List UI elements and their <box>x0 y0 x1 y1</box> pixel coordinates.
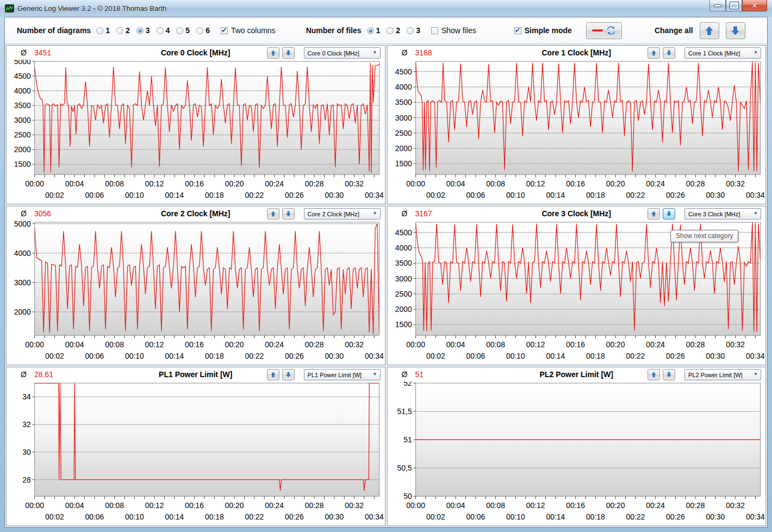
category-dropdown[interactable]: Core 2 Clock [MHz]▼ <box>304 208 381 220</box>
down-arrow-icon <box>286 210 291 217</box>
svg-text:1500: 1500 <box>14 160 31 168</box>
svg-text:00:32: 00:32 <box>726 501 745 510</box>
svg-text:00:12: 00:12 <box>145 340 164 349</box>
dropdown-value: Core 0 Clock [MHz] <box>308 50 359 57</box>
svg-text:00:26: 00:26 <box>285 191 304 199</box>
svg-text:00:02: 00:02 <box>45 512 64 521</box>
dropdown-value: PL2 Power Limit [W] <box>688 372 743 378</box>
panel-core1-clock: Ø3168 Core 1 Clock [MHz] Core 1 Clock [M… <box>387 45 767 204</box>
svg-text:00:28: 00:28 <box>686 501 705 510</box>
minimize-button[interactable] <box>709 0 726 11</box>
toolbar: Number of diagrams 1 2 3 4 5 6 Two colum… <box>5 17 767 44</box>
category-dropdown[interactable]: Core 0 Clock [MHz]▼ <box>304 47 381 59</box>
radio-icon[interactable] <box>407 27 414 34</box>
svg-text:00:00: 00:00 <box>25 340 44 349</box>
diagrams-radio-3[interactable]: 3 <box>136 26 150 35</box>
two-columns-checkbox[interactable]: Two columns <box>221 26 276 35</box>
svg-text:00:34: 00:34 <box>365 352 384 360</box>
category-dropdown[interactable]: PL1 Power Limit [W]▼ <box>304 369 381 380</box>
diagrams-radio-1[interactable]: 1 <box>96 26 110 35</box>
svg-text:00:08: 00:08 <box>105 179 124 188</box>
prev-category-button[interactable] <box>267 47 279 59</box>
two-columns-label: Two columns <box>231 26 276 35</box>
svg-text:00:06: 00:06 <box>466 191 485 199</box>
svg-text:3500: 3500 <box>14 101 31 110</box>
category-dropdown[interactable]: Core 1 Clock [MHz]▼ <box>684 47 761 59</box>
prev-category-button[interactable] <box>648 369 660 380</box>
svg-text:00:16: 00:16 <box>185 179 204 188</box>
panel-core0-clock: Ø3451 Core 0 Clock [MHz] Core 0 Clock [M… <box>6 45 385 204</box>
chevron-down-icon: ▼ <box>754 50 758 55</box>
svg-text:00:04: 00:04 <box>65 340 84 349</box>
panel-header: Ø3168 Core 1 Clock [MHz] Core 1 Clock [M… <box>388 46 766 60</box>
svg-text:00:12: 00:12 <box>526 179 545 188</box>
checkbox-checked-icon[interactable] <box>514 27 521 34</box>
svg-text:00:08: 00:08 <box>486 179 505 188</box>
svg-text:00:20: 00:20 <box>606 501 625 510</box>
svg-text:00:12: 00:12 <box>145 179 164 188</box>
show-files-checkbox[interactable]: Show files <box>431 26 476 35</box>
red-dash-icon <box>592 29 603 32</box>
dropdown-value: PL1 Power Limit [W] <box>308 372 362 378</box>
down-arrow-icon <box>667 371 671 378</box>
svg-text:00:10: 00:10 <box>506 512 525 521</box>
next-category-button[interactable] <box>282 369 295 380</box>
svg-text:00:34: 00:34 <box>746 512 765 521</box>
next-category-button-hovered[interactable] <box>663 208 675 220</box>
tooltip: Show next category <box>670 230 738 242</box>
checkbox-checked-icon[interactable] <box>221 27 228 34</box>
close-button[interactable]: ✕ <box>742 0 767 11</box>
prev-category-button[interactable] <box>648 208 660 220</box>
diagrams-radio-4[interactable]: 4 <box>157 26 170 35</box>
prev-category-button[interactable] <box>267 208 279 220</box>
simple-mode-checkbox[interactable]: Simple mode <box>514 26 572 35</box>
svg-text:00:04: 00:04 <box>446 501 465 510</box>
svg-text:00:06: 00:06 <box>85 191 104 199</box>
svg-text:2000: 2000 <box>14 145 31 154</box>
svg-text:00:04: 00:04 <box>65 179 84 188</box>
svg-text:00:14: 00:14 <box>165 512 184 521</box>
change-all-up-button[interactable] <box>700 22 719 39</box>
radio-icon[interactable] <box>116 27 123 34</box>
svg-text:00:32: 00:32 <box>345 179 364 188</box>
diagrams-radio-2[interactable]: 2 <box>116 26 130 35</box>
chevron-down-icon: ▼ <box>373 372 377 377</box>
radio-icon[interactable] <box>96 27 103 34</box>
files-radio-1[interactable]: 1 <box>367 26 381 35</box>
checkbox-unchecked-icon[interactable] <box>431 27 438 34</box>
svg-text:32: 32 <box>22 420 31 429</box>
radio-icon-selected[interactable] <box>136 27 144 34</box>
maximize-button[interactable] <box>726 0 742 11</box>
files-radio-2[interactable]: 2 <box>387 26 400 35</box>
svg-text:3000: 3000 <box>395 113 412 122</box>
reset-scale-button[interactable] <box>586 22 622 39</box>
svg-text:00:06: 00:06 <box>466 512 485 521</box>
svg-text:00:28: 00:28 <box>305 340 324 349</box>
radio-icon[interactable] <box>176 27 183 34</box>
next-category-button[interactable] <box>663 47 675 59</box>
svg-text:00:14: 00:14 <box>546 352 565 360</box>
svg-text:00:20: 00:20 <box>606 179 625 188</box>
svg-text:00:26: 00:26 <box>666 352 685 360</box>
radio-icon[interactable] <box>387 27 394 34</box>
category-dropdown[interactable]: Core 3 Clock [MHz]▼ <box>684 208 761 220</box>
svg-text:00:30: 00:30 <box>325 191 344 199</box>
dropdown-value: Core 1 Clock [MHz] <box>688 50 740 57</box>
radio-icon-selected[interactable] <box>367 27 374 34</box>
diagrams-radio-5[interactable]: 5 <box>176 26 190 35</box>
next-category-button[interactable] <box>663 369 675 380</box>
svg-text:00:30: 00:30 <box>325 512 344 521</box>
charts-grid: Ø3451 Core 0 Clock [MHz] Core 0 Clock [M… <box>6 45 766 526</box>
radio-icon[interactable] <box>157 27 164 34</box>
radio-icon[interactable] <box>196 27 203 34</box>
category-dropdown[interactable]: PL2 Power Limit [W]▼ <box>684 369 761 380</box>
prev-category-button[interactable] <box>648 47 660 59</box>
files-radio-3[interactable]: 3 <box>407 26 420 35</box>
change-all-down-button[interactable] <box>726 22 745 39</box>
svg-text:00:08: 00:08 <box>105 501 124 510</box>
prev-category-button[interactable] <box>267 369 279 380</box>
svg-text:00:26: 00:26 <box>666 191 685 199</box>
diagrams-radio-6[interactable]: 6 <box>196 26 210 35</box>
next-category-button[interactable] <box>282 47 295 59</box>
next-category-button[interactable] <box>282 208 295 220</box>
